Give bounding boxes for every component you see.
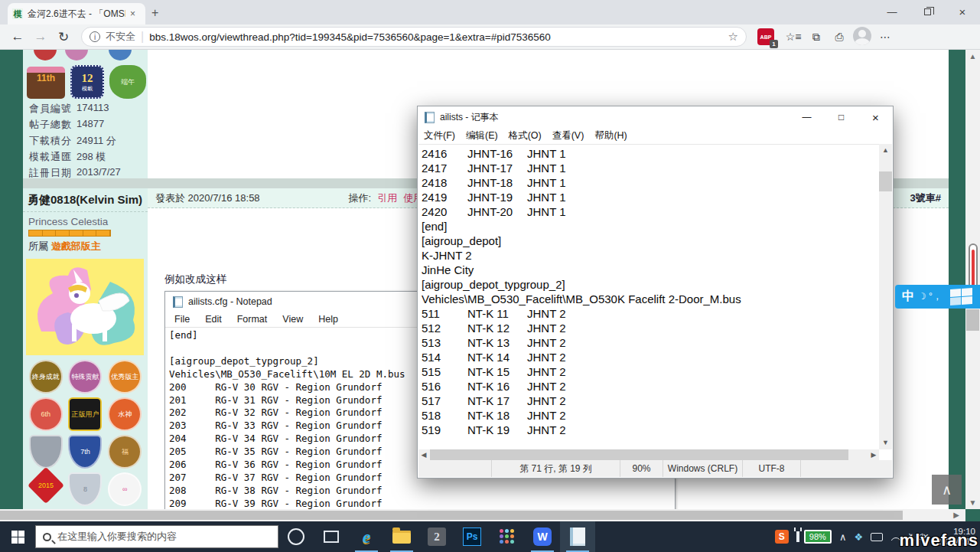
np-hscroll-thumb[interactable] [430,449,848,460]
author-title: Princess Celestia [23,212,148,228]
depot-col: JHNT 2 [527,306,566,321]
notepad-minimize-button[interactable]: — [790,106,824,128]
taskbar: 在这里输入你要搜索的内容 e 2 Ps W S 98% ∧ ❖ 🔇︎◁× [0,521,980,552]
notepad-line: 511NT-K 11JHNT 2 [422,306,879,321]
stat-value: 2013/7/27 [77,166,121,179]
watermark: mlvefans [900,531,978,550]
hscroll-thumb[interactable] [0,511,903,520]
power-plug-icon[interactable] [796,531,799,542]
notepad-maximize-button[interactable]: □ [824,106,858,128]
np-scroll-right-icon[interactable]: ▶ [868,449,879,460]
notepad-menu-item[interactable]: 格式(O) [509,129,542,142]
taskbar-omsi-button[interactable]: 2 [419,521,454,552]
np-scroll-up-icon[interactable]: ▲ [879,144,892,157]
embedded-menu-item[interactable]: File [174,314,190,325]
tab-close-icon[interactable]: × [130,8,135,19]
scroll-up-icon[interactable]: ▲ [965,52,980,60]
horizontal-scrollbar[interactable]: ▶ [0,509,965,521]
group-link[interactable]: 遊戲部版主 [51,240,101,252]
notepad-menu-item[interactable]: 编辑(E) [466,129,498,142]
taskbar-ie-button[interactable]: e [349,521,384,552]
refresh-button[interactable]: ↻ [52,29,75,45]
share-icon[interactable]: ⎙ [828,31,851,44]
task-view-button[interactable] [314,521,349,552]
depot-col: JHNT 1 [527,161,566,175]
defender-icon[interactable]: ❖ [854,531,863,543]
battery-indicator[interactable]: 98% [804,530,832,544]
scroll-right-icon[interactable]: ▶ [953,509,959,521]
notepad-vscrollbar[interactable]: ▲ ▼ [879,144,892,449]
favorites-bar-icon[interactable]: ☆≡ [782,31,805,43]
np-scroll-left-icon[interactable]: ◀ [418,449,429,460]
taskbar-explorer-button[interactable] [384,521,419,552]
taskbar-search-box[interactable]: 在这里输入你要搜索的内容 [35,525,278,548]
notepad-line: [aigroup_depot] [422,234,879,248]
browser-tab[interactable]: 模 金河2.6进不去 - 「OMSI答疑版」 × [8,3,145,24]
taskbar-wps-button[interactable]: W [525,521,560,552]
embedded-menu-item[interactable]: Format [237,314,268,325]
medal-badge-icon: 7th [68,435,102,469]
taskbar-app-button[interactable] [490,521,525,552]
author-avatar [26,259,144,355]
window-minimize-button[interactable]: — [874,0,910,23]
windows-logo-icon[interactable] [950,287,973,305]
new-tab-button[interactable]: + [151,6,158,20]
favorite-star-icon[interactable]: ☆ [728,30,738,44]
more-menu-icon[interactable]: ⋯ [874,31,897,43]
adblock-extension-icon[interactable]: ABP 1 [757,28,774,45]
line-number-col: 517 [422,394,467,408]
notepad-line: 2419JHNT-19JHNT 1 [422,190,879,204]
line-number-col: 2418 [422,175,467,190]
scroll-down-icon[interactable]: ▼ [965,498,980,507]
notepad-menu-item[interactable]: 查看(V) [552,129,584,142]
tray-app-icon[interactable]: S [775,530,789,544]
address-bar[interactable]: i 不安全 | bbs.18wos.org/viewthread.php?tid… [81,27,747,47]
notepad-close-button[interactable]: × [858,106,893,128]
scrollbar-thumb[interactable] [966,309,979,331]
touch-keyboard-icon[interactable] [871,533,883,541]
info-icon[interactable]: i [90,31,100,42]
notepad-titlebar[interactable]: ailists - 记事本 — □ × [418,106,893,128]
embedded-menu-item[interactable]: Edit [205,314,222,325]
tray-expand-icon[interactable]: ∧ [839,531,847,543]
url-text[interactable]: bbs.18wos.org/viewthread.php?tid=199345&… [149,31,722,43]
window-restore-button[interactable] [910,0,945,23]
notepad-line: 515NT-K 15JHNT 2 [422,364,879,379]
notepad-icon [425,112,435,123]
start-button[interactable] [0,521,35,552]
ime-toolbar[interactable]: 中 ☽ °， [895,285,980,309]
vehicle-id-col: NT-K 18 [467,408,527,423]
ime-symbols[interactable]: ☽ °， [918,290,942,303]
medal-badge-icon: 8 [68,472,102,506]
cortana-button[interactable] [278,521,314,552]
author-username[interactable]: 勇健0818(Kelvin Sim) [23,188,148,212]
post-action-link[interactable]: 引用 [377,191,397,205]
notepad-hscrollbar[interactable]: ◀ ▶ [418,449,879,460]
line-number-col: 2417 [422,161,467,175]
collections-icon[interactable]: ⧉ [805,31,828,44]
badge-partial [109,50,132,60]
taskbar-photoshop-button[interactable]: Ps [454,521,490,552]
np-vscroll-thumb[interactable] [879,171,892,191]
scroll-to-top-button[interactable]: ∧ [932,475,962,505]
post-number[interactable]: 3號車# [910,191,941,205]
medal-label: 7th [80,448,90,456]
embedded-menu-item[interactable]: Help [318,314,338,325]
vehicle-id-col: NT-K 15 [467,364,527,379]
window-close-button[interactable]: × [945,0,980,23]
forward-button[interactable]: → [29,29,52,44]
line-number-col: 2416 [422,146,467,161]
notepad-menu-item[interactable]: 文件(F) [424,129,455,142]
medal-badge-icon: 水神 [108,397,142,431]
depot-col: JHNT 2 [527,379,566,394]
ime-mode-button[interactable]: 中 [902,289,914,305]
back-button[interactable]: ← [6,29,29,44]
profile-avatar[interactable] [851,27,874,47]
author-group: 所屬 遊戲部版主 [23,238,148,256]
notepad-menu-item[interactable]: 帮助(H) [594,129,627,142]
notepad-text-area[interactable]: 2416JHNT-16JHNT 12417JHNT-17JHNT 12418JH… [418,144,879,449]
np-scroll-down-icon[interactable]: ▼ [879,436,892,449]
vehicle-id-col: NT-K 11 [467,306,527,321]
embedded-menu-item[interactable]: View [282,314,303,325]
taskbar-notepad-button[interactable] [560,521,595,552]
